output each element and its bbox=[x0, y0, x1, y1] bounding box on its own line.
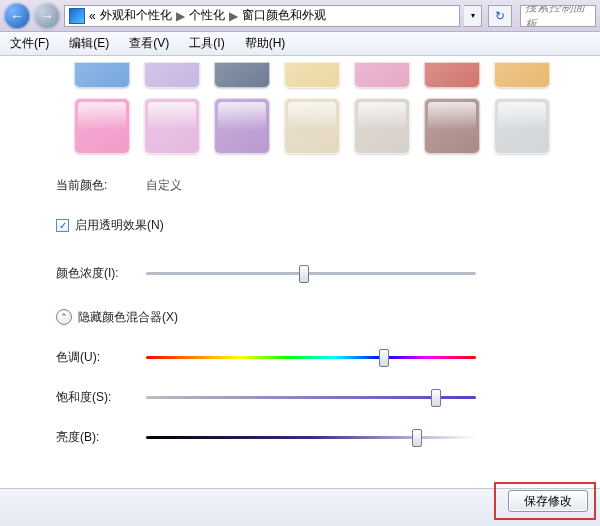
search-input[interactable]: 搜索控制面板 bbox=[520, 5, 596, 27]
forward-button[interactable]: → bbox=[34, 3, 60, 29]
intensity-slider[interactable] bbox=[146, 264, 476, 282]
intensity-label: 颜色浓度(I): bbox=[56, 265, 140, 282]
brightness-row: 亮度(B): bbox=[56, 424, 600, 450]
transparency-label: 启用透明效果(N) bbox=[75, 217, 164, 234]
menu-file[interactable]: 文件(F) bbox=[6, 33, 53, 54]
slider-thumb[interactable] bbox=[412, 429, 422, 447]
color-swatch[interactable] bbox=[494, 98, 550, 154]
color-swatch[interactable] bbox=[424, 98, 480, 154]
mixer-toggle-row: ⌃ 隐藏颜色混合器(X) bbox=[56, 304, 600, 330]
brightness-slider[interactable] bbox=[146, 428, 476, 446]
back-button[interactable]: ← bbox=[4, 3, 30, 29]
color-swatch[interactable] bbox=[354, 62, 410, 88]
menu-edit[interactable]: 编辑(E) bbox=[65, 33, 113, 54]
address-dropdown[interactable]: ▾ bbox=[464, 5, 482, 27]
refresh-icon: ↻ bbox=[495, 9, 505, 23]
control-panel-icon bbox=[69, 8, 85, 24]
current-color-value: 自定义 bbox=[146, 177, 182, 194]
window-nav-bar: ← → « 外观和个性化 ▶ 个性化 ▶ 窗口颜色和外观 ▾ ↻ 搜索控制面板 bbox=[0, 0, 600, 32]
saturation-slider[interactable] bbox=[146, 388, 476, 406]
color-swatch[interactable] bbox=[214, 98, 270, 154]
collapse-mixer-button[interactable]: ⌃ bbox=[56, 309, 72, 325]
address-bar[interactable]: « 外观和个性化 ▶ 个性化 ▶ 窗口颜色和外观 bbox=[64, 5, 460, 27]
swatch-row-partial bbox=[74, 62, 600, 88]
menu-bar: 文件(F) 编辑(E) 查看(V) 工具(I) 帮助(H) bbox=[0, 32, 600, 56]
chevron-right-icon: ▶ bbox=[176, 9, 185, 23]
color-swatch[interactable] bbox=[494, 62, 550, 88]
color-swatch[interactable] bbox=[424, 62, 480, 88]
chevron-down-icon: ▾ bbox=[471, 11, 475, 20]
color-swatch[interactable] bbox=[144, 62, 200, 88]
breadcrumb-prefix: « bbox=[89, 9, 96, 23]
color-swatch[interactable] bbox=[284, 62, 340, 88]
settings-form: 当前颜色: 自定义 ✓ 启用透明效果(N) 颜色浓度(I): ⌃ 隐藏颜色混合器… bbox=[0, 164, 600, 450]
save-button-label: 保存修改 bbox=[524, 493, 572, 510]
slider-thumb[interactable] bbox=[431, 389, 441, 407]
current-color-row: 当前颜色: 自定义 bbox=[56, 172, 600, 198]
slider-track bbox=[146, 356, 476, 359]
color-swatch[interactable] bbox=[74, 62, 130, 88]
color-swatch[interactable] bbox=[214, 62, 270, 88]
mixer-toggle-label: 隐藏颜色混合器(X) bbox=[78, 309, 178, 326]
current-color-label: 当前颜色: bbox=[56, 177, 140, 194]
color-swatch[interactable] bbox=[74, 98, 130, 154]
footer-bar: 保存修改 bbox=[0, 488, 600, 526]
color-swatch[interactable] bbox=[284, 98, 340, 154]
chevron-up-icon: ⌃ bbox=[60, 312, 68, 322]
saturation-row: 饱和度(S): bbox=[56, 384, 600, 410]
saturation-label: 饱和度(S): bbox=[56, 389, 140, 406]
slider-track bbox=[146, 396, 476, 399]
slider-track bbox=[146, 436, 476, 439]
swatch-row bbox=[74, 98, 600, 154]
menu-view[interactable]: 查看(V) bbox=[125, 33, 173, 54]
color-swatch[interactable] bbox=[354, 98, 410, 154]
hue-label: 色调(U): bbox=[56, 349, 140, 366]
slider-track bbox=[146, 272, 476, 275]
menu-help[interactable]: 帮助(H) bbox=[241, 33, 290, 54]
transparency-row: ✓ 启用透明效果(N) bbox=[56, 212, 600, 238]
breadcrumb-item[interactable]: 个性化 bbox=[189, 7, 225, 24]
breadcrumb-item[interactable]: 窗口颜色和外观 bbox=[242, 7, 326, 24]
hue-row: 色调(U): bbox=[56, 344, 600, 370]
brightness-label: 亮度(B): bbox=[56, 429, 140, 446]
breadcrumb-item[interactable]: 外观和个性化 bbox=[100, 7, 172, 24]
refresh-button[interactable]: ↻ bbox=[488, 5, 512, 27]
content-area: 当前颜色: 自定义 ✓ 启用透明效果(N) 颜色浓度(I): ⌃ 隐藏颜色混合器… bbox=[0, 56, 600, 526]
search-placeholder: 搜索控制面板 bbox=[525, 5, 591, 27]
forward-icon: → bbox=[40, 8, 54, 24]
chevron-right-icon: ▶ bbox=[229, 9, 238, 23]
intensity-row: 颜色浓度(I): bbox=[56, 260, 600, 286]
back-icon: ← bbox=[10, 8, 24, 24]
color-swatch-area bbox=[0, 62, 600, 154]
slider-thumb[interactable] bbox=[299, 265, 309, 283]
slider-thumb[interactable] bbox=[379, 349, 389, 367]
transparency-checkbox[interactable]: ✓ bbox=[56, 219, 69, 232]
menu-tools[interactable]: 工具(I) bbox=[185, 33, 228, 54]
save-button[interactable]: 保存修改 bbox=[508, 490, 588, 512]
save-highlight-box: 保存修改 bbox=[494, 482, 596, 520]
hue-slider[interactable] bbox=[146, 348, 476, 366]
color-swatch[interactable] bbox=[144, 98, 200, 154]
check-icon: ✓ bbox=[59, 220, 67, 231]
